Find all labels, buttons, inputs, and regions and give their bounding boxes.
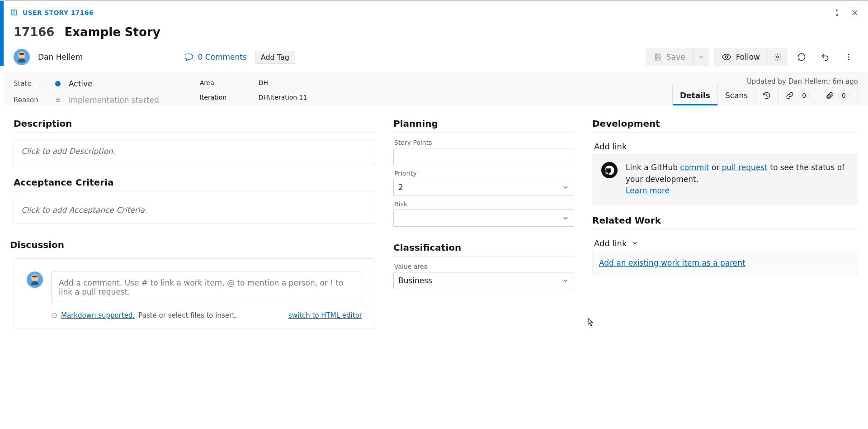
tab-bar: Details Scans 0 0: [672, 85, 858, 105]
save-button-group: Save: [646, 48, 709, 66]
value-area-value: Business: [398, 276, 432, 285]
reason-label: Reason: [14, 96, 46, 104]
acceptance-criteria-editor[interactable]: Click to add Acceptance Criteria.: [14, 198, 375, 224]
tab-attachments[interactable]: 0: [818, 85, 858, 105]
value-area-select[interactable]: Business: [393, 272, 574, 289]
related-add-link-dropdown[interactable]: Add link: [592, 236, 858, 251]
story-points-label: Story Points: [394, 139, 574, 146]
discussion-card: Add a comment. Use # to link a work item…: [14, 258, 375, 329]
comment-icon: [185, 52, 194, 62]
links-count-badge: 0: [797, 91, 811, 100]
assignee-name[interactable]: Dan Hellem: [38, 52, 83, 62]
meta-strip: State Active Reason Implementation start…: [4, 72, 868, 105]
description-editor[interactable]: Click to add Description.: [14, 139, 375, 165]
chevron-down-icon: [562, 214, 569, 222]
close-icon[interactable]: [851, 9, 859, 17]
more-icon: [844, 53, 853, 61]
svg-point-6: [848, 59, 849, 60]
state-field[interactable]: Active: [55, 79, 159, 88]
svg-point-3: [777, 56, 779, 58]
lock-icon: [55, 97, 63, 104]
github-icon: [601, 162, 618, 178]
follow-button[interactable]: Follow: [714, 48, 768, 66]
risk-label: Risk: [394, 200, 574, 208]
watch-icon: [722, 52, 731, 62]
refresh-button[interactable]: [792, 48, 811, 66]
tab-history[interactable]: [755, 85, 778, 105]
area-label: Area: [200, 79, 241, 86]
history-icon: [763, 91, 771, 100]
add-tag-button[interactable]: Add Tag: [255, 51, 295, 64]
work-item-id: 17166: [14, 25, 54, 39]
learn-more-link[interactable]: Learn more: [626, 186, 670, 195]
tab-scans[interactable]: Scans: [718, 85, 755, 105]
svg-point-1: [18, 52, 25, 59]
gear-icon: [774, 53, 782, 61]
work-item-type-label: USER STORY 17166: [23, 9, 94, 16]
headline: 17166 Example Story: [4, 21, 868, 43]
save-label: Save: [666, 52, 685, 62]
save-dropdown-button[interactable]: [693, 48, 709, 66]
state-value: Active: [69, 79, 93, 88]
svg-point-4: [848, 54, 849, 55]
priority-value: 2: [398, 183, 403, 192]
svg-point-9: [31, 274, 38, 281]
planning-heading: Planning: [393, 118, 574, 129]
development-add-link[interactable]: Add link: [592, 139, 858, 154]
svg-rect-7: [57, 99, 60, 101]
switch-editor-link[interactable]: switch to HTML editor: [288, 311, 362, 319]
tab-details[interactable]: Details: [673, 85, 718, 105]
iteration-value[interactable]: DH\Iteration 11: [259, 94, 307, 101]
chevron-down-icon: [698, 54, 704, 60]
state-dot: [55, 81, 61, 86]
story-points-input[interactable]: [393, 148, 574, 165]
related-work-heading: Related Work: [592, 215, 858, 226]
undo-icon: [821, 52, 830, 62]
classification-heading: Classification: [393, 242, 574, 253]
github-commit-link[interactable]: commit: [680, 163, 709, 172]
save-icon: [654, 53, 662, 61]
risk-select[interactable]: [393, 210, 574, 227]
markdown-supported-link[interactable]: Markdown supported.: [61, 311, 135, 319]
chevron-down-icon: [562, 277, 569, 284]
comment-input[interactable]: Add a comment. Use # to link a work item…: [51, 272, 362, 303]
follow-label: Follow: [736, 52, 760, 62]
area-value[interactable]: DH: [259, 79, 307, 86]
comments-count: 0 Comments: [198, 52, 246, 62]
github-pr-link[interactable]: pull request: [722, 163, 768, 172]
acceptance-criteria-heading: Acceptance Criteria: [14, 177, 375, 188]
book-icon: [10, 9, 18, 17]
avatar: [27, 272, 43, 288]
save-button[interactable]: Save: [646, 48, 693, 66]
reason-field[interactable]: Implementation started: [55, 95, 159, 105]
avatar[interactable]: [14, 49, 30, 65]
description-heading: Description: [14, 118, 375, 129]
refresh-icon: [797, 52, 806, 62]
development-heading: Development: [592, 118, 858, 129]
follow-settings-button[interactable]: [768, 48, 788, 66]
comments-link[interactable]: 0 Comments: [185, 52, 246, 62]
iteration-label: Iteration: [200, 94, 241, 101]
markdown-hint: Paste or select files to insert.: [138, 311, 237, 319]
link-icon: [786, 91, 794, 100]
github-hint-box: Link a GitHub commit or pull request to …: [592, 154, 858, 205]
attachments-count-badge: 0: [837, 91, 850, 100]
add-parent-link[interactable]: Add an existing work item as a parent: [599, 258, 745, 267]
add-parent-link-box[interactable]: Add an existing work item as a parent: [592, 251, 858, 275]
chevron-down-icon: [562, 184, 569, 191]
chevron-down-icon: [631, 239, 638, 247]
info-icon: [51, 312, 57, 319]
reason-value: Implementation started: [68, 95, 159, 105]
priority-select[interactable]: 2: [393, 179, 574, 196]
tab-links[interactable]: 0: [778, 85, 818, 105]
discussion-heading: Discussion: [10, 239, 375, 250]
attachment-icon: [826, 91, 834, 100]
collapse-icon[interactable]: [833, 9, 841, 17]
more-actions-button[interactable]: [839, 48, 858, 66]
revert-button[interactable]: [816, 48, 835, 66]
state-label: State: [14, 80, 46, 88]
priority-label: Priority: [394, 170, 574, 177]
work-item-title[interactable]: Example Story: [64, 25, 160, 39]
follow-button-group: Follow: [714, 48, 788, 66]
left-accent-bar: [0, 1, 4, 66]
